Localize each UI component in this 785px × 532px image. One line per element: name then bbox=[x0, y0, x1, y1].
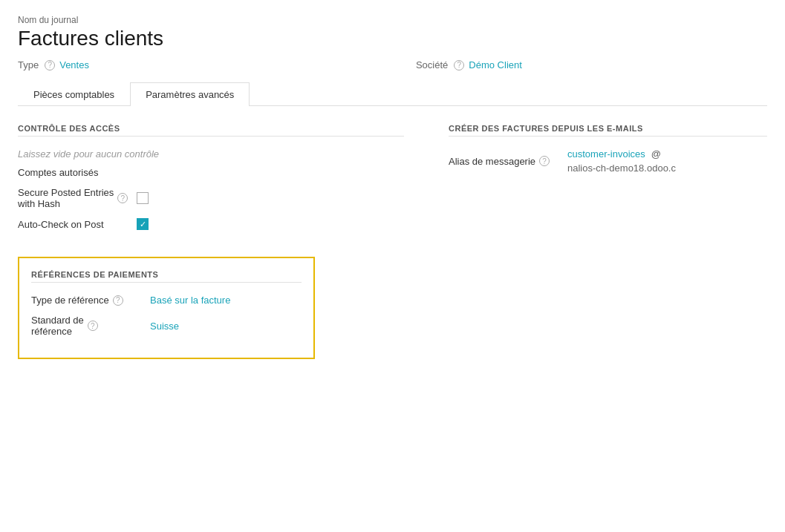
standard-ref-value[interactable]: Suisse bbox=[150, 321, 179, 332]
secure-label: Secure Posted Entries with Hash bbox=[18, 187, 114, 209]
type-label: Type bbox=[18, 59, 39, 70]
type-ref-help-icon[interactable]: ? bbox=[113, 295, 123, 306]
tab-bar: Pièces comptables Paramètres avancés bbox=[18, 82, 767, 106]
page-subtitle: Nom du journal bbox=[18, 15, 767, 25]
empty-hint: Laissez vide pour aucun contrôle bbox=[18, 148, 404, 160]
alias-value[interactable]: customer-invoices bbox=[567, 148, 645, 160]
comptes-autorises-label: Comptes autorisés bbox=[18, 167, 137, 178]
payment-refs-title: RÉFÉRENCES DE PAIEMENTS bbox=[31, 270, 302, 283]
tab-pieces-comptables[interactable]: Pièces comptables bbox=[18, 82, 130, 106]
access-control-title: CONTRÔLE DES ACCÈS bbox=[18, 124, 404, 137]
tab-parametres-avances[interactable]: Paramètres avancés bbox=[130, 82, 250, 106]
type-ref-label: Type de référence bbox=[31, 295, 109, 306]
alias-label: Alias de messagerie bbox=[449, 156, 535, 167]
autocheck-label: Auto-Check on Post bbox=[18, 219, 104, 230]
autocheck-row: Auto-Check on Post ✓ bbox=[18, 218, 404, 230]
secure-posted-checkbox[interactable] bbox=[137, 192, 149, 204]
type-ref-value[interactable]: Basé sur la facture bbox=[150, 295, 230, 306]
societe-value[interactable]: Démo Client bbox=[469, 59, 522, 70]
comptes-autorises-row: Comptes autorisés bbox=[18, 167, 404, 178]
alias-row: Alias de messagerie ? customer-invoices … bbox=[449, 148, 767, 174]
standard-ref-row: Standard de référence ? Suisse bbox=[31, 315, 302, 337]
autocheck-checkbox[interactable]: ✓ bbox=[137, 218, 149, 230]
alias-at: @ bbox=[651, 148, 661, 160]
page-title: Factures clients bbox=[18, 27, 767, 50]
alias-help-icon[interactable]: ? bbox=[539, 156, 550, 166]
secure-posted-row: Secure Posted Entries with Hash ? bbox=[18, 187, 404, 209]
email-section: CRÉER DES FACTURES DEPUIS LES E-MAILS Al… bbox=[449, 124, 767, 174]
societe-label: Société bbox=[416, 59, 448, 70]
type-value[interactable]: Ventes bbox=[59, 59, 89, 70]
type-ref-row: Type de référence ? Basé sur la facture bbox=[31, 295, 302, 306]
access-control-section: CONTRÔLE DES ACCÈS Laissez vide pour auc… bbox=[18, 124, 404, 230]
societe-help-icon[interactable]: ? bbox=[454, 60, 464, 70]
standard-ref-label: Standard de référence bbox=[31, 315, 84, 337]
standard-ref-help-icon[interactable]: ? bbox=[88, 321, 98, 331]
payment-refs-section: RÉFÉRENCES DE PAIEMENTS Type de référenc… bbox=[18, 257, 315, 359]
secure-help-icon[interactable]: ? bbox=[117, 193, 128, 203]
email-section-title: CRÉER DES FACTURES DEPUIS LES E-MAILS bbox=[449, 124, 767, 137]
alias-domain: nalios-ch-demo18.odoo.c bbox=[567, 162, 676, 174]
type-help-icon[interactable]: ? bbox=[45, 60, 55, 70]
